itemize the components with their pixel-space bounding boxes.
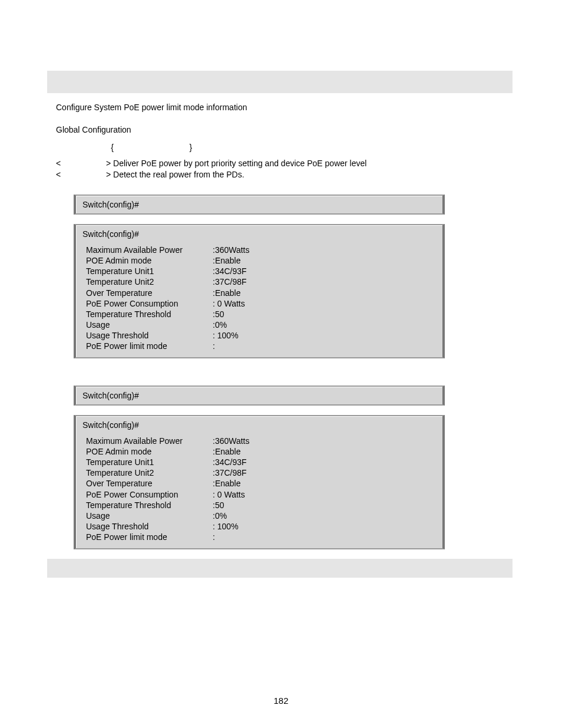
- kv-key: Maximum Available Power: [86, 245, 213, 255]
- kv-val: :0%: [213, 510, 227, 521]
- kv-row: POE Admin mode:Enable: [86, 446, 436, 457]
- page: Configure System PoE power limit mode in…: [0, 0, 562, 728]
- kv-key: Over Temperature: [86, 288, 213, 298]
- kv-val: :360Watts: [213, 436, 250, 446]
- kv-val: :34C/93F: [213, 266, 247, 276]
- kv-row: Usage Threshold: 100%: [86, 521, 436, 532]
- kv-key: PoE Power Consumption: [86, 298, 213, 309]
- kv-key: Temperature Threshold: [86, 500, 213, 510]
- kv-row: Temperature Unit2:37C/98F: [86, 276, 436, 287]
- kv-row: Over Temperature:Enable: [86, 288, 436, 298]
- kv-val: : 0 Watts: [213, 489, 245, 500]
- kv-row: PoE Power limit mode:: [86, 532, 436, 542]
- kv-row: Usage:0%: [86, 319, 436, 330]
- kv-key: Over Temperature: [86, 478, 213, 489]
- description-text: Configure System PoE power limit mode in…: [56, 103, 504, 112]
- kv-row: Temperature Unit2:37C/98F: [86, 467, 436, 478]
- kv-key: POE Admin mode: [86, 446, 213, 457]
- kv-val: :0%: [213, 319, 227, 330]
- kv-row: Temperature Threshold:50: [86, 309, 436, 319]
- kv-key: Maximum Available Power: [86, 436, 213, 446]
- content: Configure System PoE power limit mode in…: [56, 103, 504, 549]
- kv-row: Maximum Available Power:360Watts: [86, 245, 436, 255]
- kv-key: Usage Threshold: [86, 330, 213, 341]
- kv-row: Temperature Unit1:34C/93F: [86, 457, 436, 467]
- kv-row: PoE Power limit mode:: [86, 341, 436, 351]
- kv-key: Usage Threshold: [86, 521, 213, 532]
- kv-val: :Enable: [213, 255, 240, 266]
- cli-prompt: Switch(config)#: [82, 391, 139, 400]
- kv-key: Temperature Unit2: [86, 467, 213, 478]
- kv-val: :: [213, 532, 215, 542]
- kv-key: POE Admin mode: [86, 255, 213, 266]
- param-bracket: <: [56, 158, 106, 169]
- kv-table-1: Maximum Available Power:360Watts POE Adm…: [86, 245, 436, 352]
- example-box-1: Switch(config)#: [74, 195, 445, 215]
- kv-row: Temperature Unit1:34C/93F: [86, 266, 436, 276]
- kv-key: Usage: [86, 510, 213, 521]
- kv-key: PoE Power limit mode: [86, 341, 213, 351]
- kv-val: :Enable: [213, 478, 240, 489]
- param-row: < > Detect the real power from the PDs.: [56, 169, 504, 180]
- kv-row: PoE Power Consumption: 0 Watts: [86, 489, 436, 500]
- kv-key: PoE Power Consumption: [86, 489, 213, 500]
- kv-row: POE Admin mode:Enable: [86, 255, 436, 266]
- result-box-2: Switch(config)# Maximum Available Power:…: [74, 415, 445, 549]
- kv-val: :50: [213, 309, 224, 319]
- parameter-list: < > Deliver PoE power by port priority s…: [56, 158, 504, 180]
- param-text: > Detect the real power from the PDs.: [106, 169, 244, 180]
- syntax-close: }: [114, 143, 192, 152]
- kv-val: :37C/98F: [213, 276, 247, 287]
- kv-row: Usage Threshold: 100%: [86, 330, 436, 341]
- kv-row: Over Temperature:Enable: [86, 478, 436, 489]
- param-row: < > Deliver PoE power by port priority s…: [56, 158, 504, 169]
- kv-key: Temperature Unit2: [86, 276, 213, 287]
- example-box-2: Switch(config)#: [74, 386, 445, 406]
- cli-prompt: Switch(config)#: [82, 420, 436, 430]
- result-box-1: Switch(config)# Maximum Available Power:…: [74, 224, 445, 358]
- cli-prompt: Switch(config)#: [82, 229, 436, 239]
- param-text: > Deliver PoE power by port priority set…: [106, 158, 366, 169]
- kv-key: Temperature Unit1: [86, 266, 213, 276]
- syntax-open: {: [56, 143, 114, 152]
- kv-row: PoE Power Consumption: 0 Watts: [86, 298, 436, 309]
- kv-row: Maximum Available Power:360Watts: [86, 436, 436, 446]
- top-banner: [47, 71, 513, 93]
- kv-val: :50: [213, 500, 224, 510]
- syntax-block: { }: [56, 143, 504, 152]
- kv-key: PoE Power limit mode: [86, 532, 213, 542]
- kv-val: :: [213, 341, 215, 351]
- kv-table-2: Maximum Available Power:360Watts POE Adm…: [86, 436, 436, 543]
- kv-val: :Enable: [213, 446, 240, 457]
- kv-val: :37C/98F: [213, 467, 247, 478]
- mode-text: Global Configuration: [56, 125, 504, 134]
- kv-key: Usage: [86, 319, 213, 330]
- footer-banner: [47, 559, 513, 578]
- kv-val: :Enable: [213, 288, 240, 298]
- kv-val: : 100%: [213, 330, 239, 341]
- kv-val: : 0 Watts: [213, 298, 245, 309]
- kv-val: :34C/93F: [213, 457, 247, 467]
- param-bracket: <: [56, 169, 106, 180]
- page-number: 182: [0, 696, 562, 706]
- kv-row: Usage:0%: [86, 510, 436, 521]
- kv-key: Temperature Threshold: [86, 309, 213, 319]
- kv-row: Temperature Threshold:50: [86, 500, 436, 510]
- kv-key: Temperature Unit1: [86, 457, 213, 467]
- cli-prompt: Switch(config)#: [82, 200, 139, 209]
- kv-val: : 100%: [213, 521, 239, 532]
- kv-val: :360Watts: [213, 245, 250, 255]
